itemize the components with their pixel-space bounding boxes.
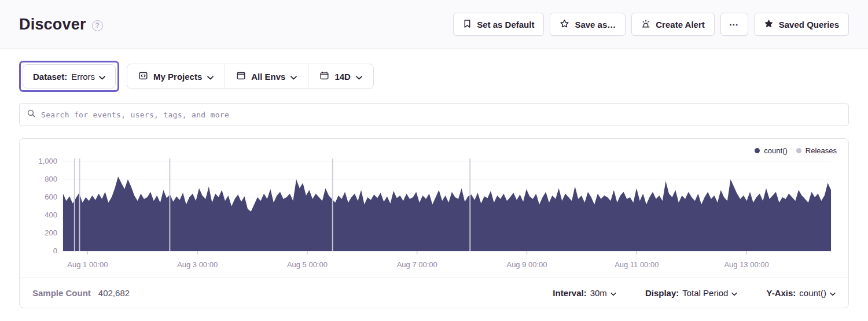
legend-item-count[interactable]: count() bbox=[755, 146, 787, 155]
filter-row: Dataset: Errors My Projects All Envs 14D bbox=[19, 61, 849, 92]
yaxis-dropdown[interactable]: Y-Axis: count() bbox=[766, 288, 836, 298]
svg-text:600: 600 bbox=[45, 193, 57, 201]
svg-text:Aug 5 00:00: Aug 5 00:00 bbox=[287, 260, 328, 269]
svg-text:Aug 9 00:00: Aug 9 00:00 bbox=[506, 260, 547, 269]
window-icon bbox=[236, 71, 246, 82]
svg-text:Aug 7 00:00: Aug 7 00:00 bbox=[397, 260, 437, 269]
chart-panel-footer: Sample Count 402,682 Interval: 30m Displ… bbox=[20, 278, 848, 308]
bookmark-icon bbox=[463, 19, 472, 30]
save-as-button[interactable]: Save as… bbox=[550, 13, 626, 36]
interval-dropdown[interactable]: Interval: 30m bbox=[553, 288, 616, 298]
dataset-dropdown[interactable]: Dataset: Errors bbox=[23, 64, 116, 88]
dataset-highlight-outline: Dataset: Errors bbox=[19, 61, 119, 92]
chevron-down-icon bbox=[207, 72, 214, 82]
date-range-dropdown[interactable]: 14D bbox=[308, 64, 373, 88]
events-chart-panel: count() Releases 02004006008001,000Aug 1… bbox=[19, 138, 849, 308]
search-input[interactable] bbox=[41, 110, 841, 119]
star-filled-icon bbox=[764, 19, 774, 30]
svg-text:0: 0 bbox=[53, 246, 57, 255]
star-outline-icon bbox=[560, 19, 569, 30]
main-content: Dataset: Errors My Projects All Envs 14D bbox=[0, 61, 868, 308]
page-title: Discover bbox=[19, 16, 86, 34]
chevron-down-icon bbox=[610, 288, 616, 298]
title-wrap: Discover ? bbox=[19, 16, 103, 34]
chevron-down-icon bbox=[731, 288, 737, 298]
page-header: Discover ? Set as Default Save as… Creat… bbox=[0, 0, 868, 49]
chevron-down-icon bbox=[99, 72, 105, 82]
chevron-down-icon bbox=[290, 72, 297, 82]
set-as-default-button[interactable]: Set as Default bbox=[453, 13, 544, 36]
svg-text:800: 800 bbox=[45, 175, 57, 183]
sample-count-value: 402,682 bbox=[98, 288, 130, 298]
search-bar bbox=[19, 103, 849, 126]
chevron-down-icon bbox=[356, 72, 362, 82]
svg-text:Aug 1 00:00: Aug 1 00:00 bbox=[67, 260, 108, 269]
sample-count: Sample Count 402,682 bbox=[32, 288, 130, 298]
footer-controls: Interval: 30m Display: Total Period Y-Ax… bbox=[553, 288, 836, 298]
chart-holder[interactable]: 02004006008001,000Aug 1 00:00Aug 3 00:00… bbox=[20, 139, 848, 279]
count-legend-dot bbox=[755, 148, 760, 153]
dataset-value: Errors bbox=[71, 72, 95, 82]
chevron-down-icon bbox=[830, 288, 836, 298]
svg-text:400: 400 bbox=[45, 211, 57, 219]
svg-text:Aug 11 00:00: Aug 11 00:00 bbox=[615, 260, 659, 269]
calendar-icon bbox=[319, 71, 329, 82]
environments-dropdown[interactable]: All Envs bbox=[225, 64, 308, 88]
more-options-button[interactable]: ⋯ bbox=[720, 13, 748, 36]
siren-icon bbox=[641, 19, 650, 30]
saved-queries-button[interactable]: Saved Queries bbox=[754, 13, 849, 36]
svg-text:200: 200 bbox=[45, 228, 57, 237]
svg-text:Aug 3 00:00: Aug 3 00:00 bbox=[177, 260, 218, 269]
ellipsis-icon: ⋯ bbox=[729, 19, 740, 30]
projects-dropdown[interactable]: My Projects bbox=[127, 64, 225, 88]
legend-item-releases[interactable]: Releases bbox=[796, 146, 837, 155]
create-alert-button[interactable]: Create Alert bbox=[631, 13, 714, 36]
display-dropdown[interactable]: Display: Total Period bbox=[645, 288, 738, 298]
header-actions: Set as Default Save as… Create Alert ⋯ S… bbox=[453, 13, 849, 36]
page-filter-group: My Projects All Envs 14D bbox=[127, 64, 374, 89]
chart-legend: count() Releases bbox=[755, 146, 837, 155]
svg-text:Aug 13 00:00: Aug 13 00:00 bbox=[724, 260, 768, 269]
search-icon bbox=[27, 109, 36, 120]
discover-chart-svg: 02004006008001,000Aug 1 00:00Aug 3 00:00… bbox=[20, 139, 848, 279]
releases-legend-dot bbox=[796, 148, 801, 153]
svg-text:1,000: 1,000 bbox=[38, 157, 57, 165]
help-icon[interactable]: ? bbox=[92, 20, 103, 31]
projects-icon bbox=[138, 71, 148, 82]
